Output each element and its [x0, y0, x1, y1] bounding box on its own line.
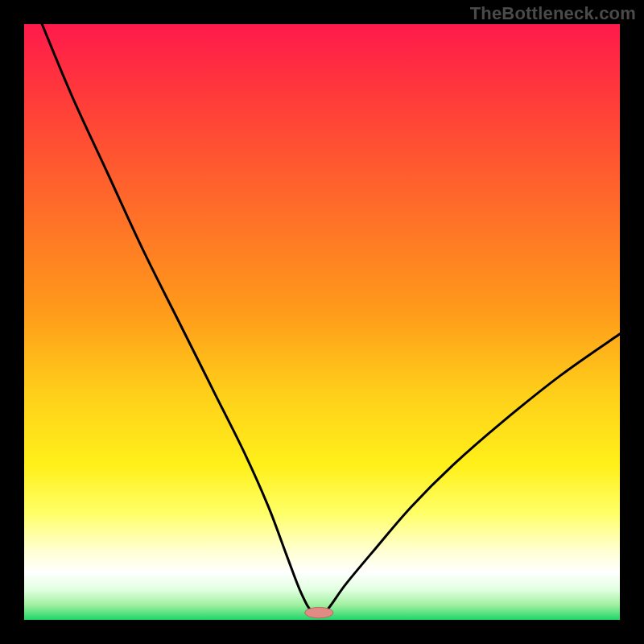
bottleneck-chart-svg [24, 24, 620, 620]
plot-area [24, 24, 620, 620]
watermark-text: TheBottleneck.com [470, 3, 636, 24]
minimum-marker [305, 607, 334, 617]
gradient-background [24, 24, 620, 620]
chart-frame: TheBottleneck.com [0, 0, 644, 644]
